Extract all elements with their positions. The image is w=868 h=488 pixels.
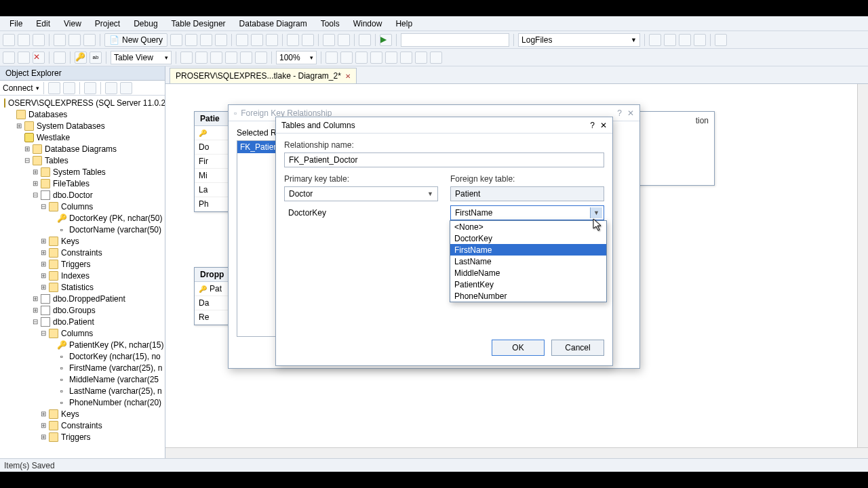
pk-table-select[interactable]: Doctor ▼ <box>284 186 438 201</box>
tree-tables[interactable]: Tables <box>43 156 68 165</box>
tree-columns2[interactable]: Columns <box>60 329 93 338</box>
tree-westlake[interactable]: Westlake <box>35 133 70 142</box>
set-primary-key-icon[interactable]: 🔑 <box>75 52 87 64</box>
tree-statistics[interactable]: Statistics <box>60 283 94 292</box>
close-icon[interactable]: ✕ <box>345 73 351 80</box>
dropdown-option[interactable]: DoctorKey <box>450 232 606 244</box>
menu-file[interactable]: File <box>4 18 28 30</box>
obj-explorer-icon[interactable] <box>679 34 691 46</box>
menu-help[interactable]: Help <box>390 18 418 30</box>
fk-column-dropdown[interactable]: <None>DoctorKeyFirstNameLastNameMiddleNa… <box>450 220 607 302</box>
tree-droppedpatient[interactable]: dbo.DroppedPatient <box>52 294 125 304</box>
tree-patient[interactable]: dbo.Patient <box>52 317 94 327</box>
copy-icon[interactable] <box>251 34 263 46</box>
tree-systables[interactable]: System Tables <box>52 167 106 177</box>
tree-triggers[interactable]: Triggers <box>60 260 91 269</box>
ok-button[interactable]: OK <box>492 340 545 356</box>
manage-indexes-icon[interactable] <box>195 52 208 64</box>
tree-keys2[interactable]: Keys <box>60 409 79 419</box>
tree-filetables[interactable]: FileTables <box>52 179 90 188</box>
remove-table-icon[interactable]: ✕ <box>33 52 45 64</box>
tree-databases[interactable]: Databases <box>27 110 67 119</box>
open-file-icon[interactable] <box>54 34 66 46</box>
check-constraints-icon[interactable] <box>240 52 252 64</box>
menu-project[interactable]: Project <box>90 18 125 30</box>
undo-icon[interactable] <box>287 34 299 46</box>
chevron-down-icon[interactable]: ▼ <box>590 207 602 218</box>
fulltext-icon[interactable] <box>210 52 222 64</box>
tree-firstname[interactable]: FirstName (varchar(25), n <box>68 363 162 373</box>
find-icon[interactable] <box>359 34 371 46</box>
tree-triggers2[interactable]: Triggers <box>60 432 91 442</box>
relationships-icon[interactable] <box>180 52 193 64</box>
tree-dbdiagrams[interactable]: Database Diagrams <box>43 144 117 154</box>
dropdown-option[interactable]: PatientKey <box>450 279 606 290</box>
table-view-combo[interactable]: Table View ▾ <box>111 51 172 64</box>
tree-groups[interactable]: dbo.Groups <box>52 306 96 315</box>
recalc-page-breaks-icon[interactable] <box>385 52 397 64</box>
dropdown-option[interactable]: <None> <box>450 221 606 232</box>
show-rel-labels-icon[interactable] <box>430 52 442 64</box>
new-table-icon[interactable] <box>3 52 15 64</box>
tree-middlename[interactable]: MiddleName (varchar(25 <box>68 375 159 384</box>
tree-server[interactable]: OSERV\SQLEXPRESS (SQL Server 11.0.2100 - <box>7 98 165 108</box>
dmx-query-icon[interactable] <box>215 34 227 46</box>
filter-icon[interactable] <box>84 82 96 94</box>
tree-constraints[interactable]: Constraints <box>60 248 102 258</box>
menu-edit[interactable]: Edit <box>31 18 56 30</box>
analysis-query-icon[interactable] <box>185 34 197 46</box>
fk-column-select[interactable]: FirstName ▼ <box>450 205 604 220</box>
horizontal-scrollbar[interactable] <box>165 447 868 458</box>
tree-doctor[interactable]: dbo.Doctor <box>52 190 93 200</box>
database-combo[interactable]: LogFiles ▼ <box>518 33 640 47</box>
new-query-button[interactable]: 📄 New Query <box>104 33 167 47</box>
object-explorer-tree[interactable]: OSERV\SQLEXPRESS (SQL Server 11.0.2100 -… <box>0 96 165 458</box>
new-project-icon[interactable] <box>3 34 15 46</box>
refresh-icon[interactable] <box>105 82 117 94</box>
add-table-icon[interactable] <box>18 52 30 64</box>
new-item-icon[interactable] <box>18 34 30 46</box>
relationship-name-input[interactable]: FK_Patient_Doctor <box>284 152 604 167</box>
spatial-indexes-icon[interactable] <box>255 52 267 64</box>
redo-icon[interactable] <box>302 34 314 46</box>
tree-pdoctorkey[interactable]: DoctorKey (nchar(15), no <box>68 352 161 361</box>
menu-view[interactable]: View <box>58 18 87 30</box>
dropdown-option[interactable]: LastName <box>450 256 606 267</box>
arrange-selection-icon[interactable] <box>326 52 338 64</box>
menu-database-diagram[interactable]: Database Diagram <box>234 18 313 30</box>
menu-debug[interactable]: Debug <box>128 18 163 30</box>
tree-indexes[interactable]: Indexes <box>60 271 90 281</box>
tree-columns[interactable]: Columns <box>60 202 93 211</box>
db-engine-query-icon[interactable] <box>170 34 182 46</box>
dropdown-option[interactable]: PhoneNumber <box>450 290 606 302</box>
text-annotation-icon[interactable] <box>400 52 412 64</box>
abc-icon[interactable]: ab <box>90 52 102 64</box>
tree-keys[interactable]: Keys <box>60 237 79 246</box>
generate-script-icon[interactable] <box>54 52 66 64</box>
relationship-list[interactable]: FK_Patient <box>237 140 277 337</box>
nav-back-icon[interactable] <box>323 34 335 46</box>
tree-lastname[interactable]: LastName (varchar(25), n <box>68 386 162 396</box>
tree-sysdb[interactable]: System Databases <box>35 121 105 131</box>
tree-patientkey[interactable]: PatientKey (PK, nchar(15) <box>68 340 163 350</box>
toolbar-overflow-icon[interactable] <box>715 34 727 46</box>
paste-icon[interactable] <box>266 34 278 46</box>
relationship-list-item[interactable]: FK_Patient <box>237 141 277 153</box>
zoom-combo[interactable]: 100% ▾ <box>276 51 317 64</box>
pk-column-cell[interactable]: DoctorKey <box>284 205 438 220</box>
menu-window[interactable]: Window <box>348 18 388 30</box>
reg-servers-icon[interactable] <box>664 34 676 46</box>
close-icon[interactable]: ✕ <box>600 121 607 130</box>
tree-doctorkey[interactable]: DoctorKey (PK, nchar(50) <box>68 214 162 223</box>
mdx-query-icon[interactable] <box>200 34 212 46</box>
stop-icon[interactable] <box>63 82 75 94</box>
tree-constraints2[interactable]: Constraints <box>60 421 102 430</box>
menu-tools[interactable]: Tools <box>315 18 345 30</box>
open-icon[interactable] <box>33 34 45 46</box>
save-icon[interactable] <box>68 34 81 46</box>
tree-phonenumber[interactable]: PhoneNumber (nchar(20) <box>68 398 161 407</box>
solution-config-combo[interactable] <box>401 33 509 47</box>
dropdown-option[interactable]: FirstName <box>450 244 606 256</box>
tree-doctorname[interactable]: DoctorName (varchar(50) <box>68 225 161 235</box>
nav-forward-icon[interactable] <box>338 34 350 46</box>
